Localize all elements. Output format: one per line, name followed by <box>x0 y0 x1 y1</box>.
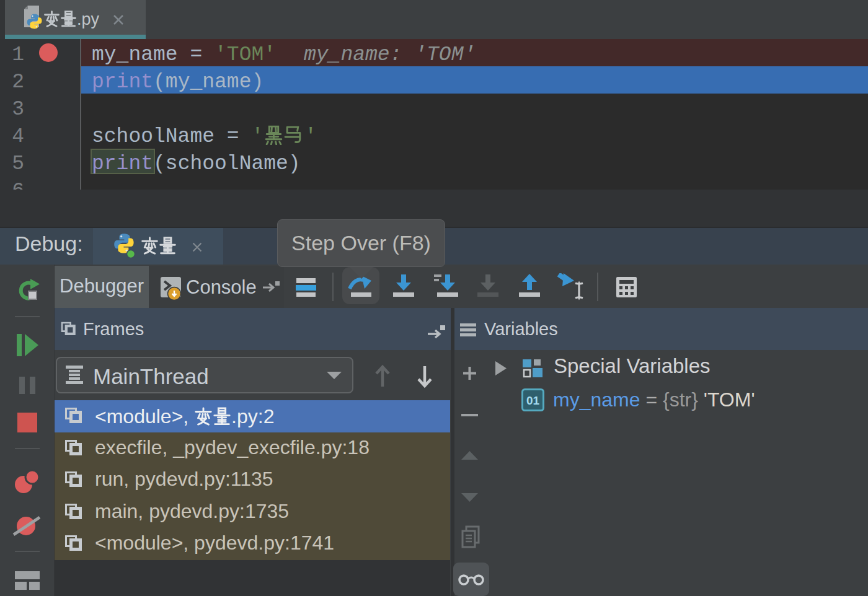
svg-text:01: 01 <box>526 394 540 407</box>
